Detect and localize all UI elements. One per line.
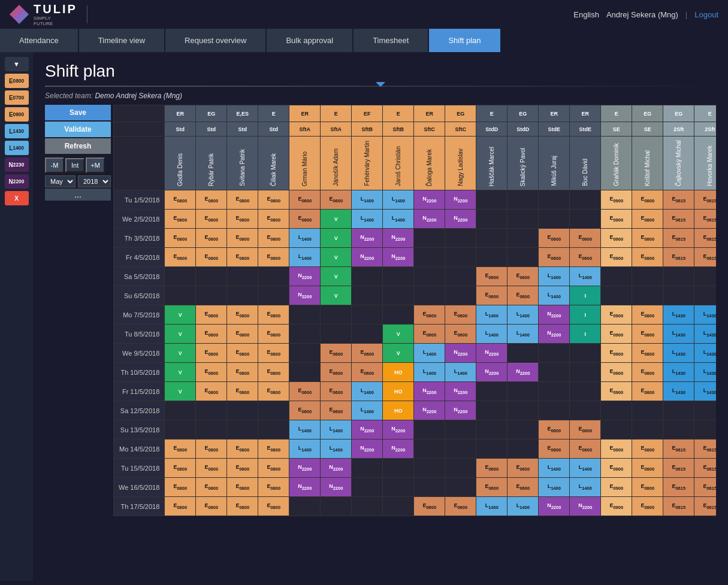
shift-cell[interactable] [694, 286, 716, 305]
shift-cell[interactable]: E0615 [663, 210, 694, 229]
shift-cell[interactable]: L1430 [694, 325, 716, 344]
shift-cell[interactable]: E0615 [663, 248, 694, 267]
shift-cell[interactable]: E0600 [321, 363, 352, 382]
plus-m-button[interactable]: +M [86, 157, 105, 173]
shift-cell[interactable] [289, 497, 321, 516]
shift-cell[interactable]: N2200 [321, 478, 352, 497]
shift-cell[interactable]: V [321, 229, 352, 248]
shift-cell[interactable]: V [165, 344, 196, 363]
shift-cell[interactable]: L1400 [289, 420, 321, 439]
shift-cell[interactable]: L1430 [694, 363, 716, 382]
shift-cell[interactable]: E0615 [663, 497, 694, 516]
shift-cell[interactable]: L1400 [289, 248, 321, 267]
shift-cell[interactable]: E0615 [694, 497, 716, 516]
shift-cell[interactable]: L1400 [352, 401, 383, 420]
shift-cell[interactable]: E0800 [632, 439, 663, 459]
shift-cell[interactable]: E0800 [632, 478, 663, 497]
shift-cell[interactable]: L1430 [663, 363, 694, 382]
shift-cell[interactable]: E0800 [258, 305, 289, 325]
refresh-button[interactable]: Refresh [45, 138, 111, 154]
shift-cell[interactable]: E0800 [165, 229, 196, 248]
shift-cell[interactable]: E0800 [258, 248, 289, 267]
shift-cell[interactable]: E0900 [601, 344, 632, 363]
shift-cell[interactable] [570, 401, 601, 420]
shift-cell[interactable]: E0900 [601, 325, 632, 344]
badge-l1400[interactable]: L1400 [5, 141, 29, 155]
shift-cell[interactable]: N2200 [445, 190, 476, 210]
shift-cell[interactable]: E0615 [694, 459, 716, 478]
shift-cell[interactable]: E0600 [445, 325, 476, 344]
shift-cell[interactable]: E0600 [321, 190, 352, 210]
shift-cell[interactable]: E0600 [476, 478, 508, 497]
shift-cell[interactable] [165, 286, 196, 305]
shift-cell[interactable] [539, 382, 570, 401]
shift-cell[interactable]: N2200 [539, 497, 570, 516]
shift-cell[interactable]: E0600 [539, 439, 570, 459]
shift-cell[interactable]: E0800 [258, 497, 289, 516]
shift-cell[interactable]: HO [383, 382, 414, 401]
shift-cell[interactable]: L1430 [663, 325, 694, 344]
shift-cell[interactable] [414, 478, 445, 497]
shift-cell[interactable]: E0800 [258, 229, 289, 248]
shift-cell[interactable] [508, 401, 539, 420]
shift-cell[interactable]: L1400 [539, 459, 570, 478]
shift-cell[interactable] [352, 497, 383, 516]
shift-cell[interactable]: N2200 [414, 210, 445, 229]
shift-cell[interactable]: I [570, 305, 601, 325]
language-selector[interactable]: English [573, 10, 599, 19]
shift-cell[interactable]: N2200 [383, 248, 414, 267]
shift-cell[interactable]: E0600 [570, 439, 601, 459]
shift-cell[interactable]: L1430 [694, 344, 716, 363]
shift-cell[interactable]: E0800 [632, 459, 663, 478]
badge-l1430[interactable]: L1430 [5, 124, 29, 138]
shift-cell[interactable] [414, 267, 445, 286]
shift-cell[interactable] [165, 401, 196, 420]
shift-cell[interactable] [632, 401, 663, 420]
shift-cell[interactable]: HO [383, 363, 414, 382]
shift-cell[interactable] [227, 401, 258, 420]
shift-cell[interactable]: E0900 [601, 248, 632, 267]
shift-cell[interactable]: E0600 [321, 401, 352, 420]
shift-cell[interactable]: N2200 [352, 248, 383, 267]
shift-cell[interactable]: E0600 [539, 229, 570, 248]
shift-cell[interactable]: E0800 [227, 497, 258, 516]
shift-cell[interactable]: L1430 [663, 305, 694, 325]
shift-cell[interactable]: L1400 [414, 344, 445, 363]
shift-cell[interactable]: L1400 [289, 439, 321, 459]
shift-cell[interactable]: E0800 [258, 439, 289, 459]
shift-cell[interactable] [508, 344, 539, 363]
shift-cell[interactable]: E0615 [694, 229, 716, 248]
shift-cell[interactable] [414, 248, 445, 267]
shift-cell[interactable]: E0800 [165, 497, 196, 516]
shift-cell[interactable] [258, 420, 289, 439]
shift-cell[interactable]: V [321, 248, 352, 267]
shift-cell[interactable] [539, 344, 570, 363]
shift-cell[interactable]: E0800 [258, 459, 289, 478]
shift-cell[interactable] [508, 210, 539, 229]
shift-cell[interactable] [352, 267, 383, 286]
shift-cell[interactable] [321, 325, 352, 344]
shift-cell[interactable]: E0600 [445, 497, 476, 516]
shift-cell[interactable]: N2200 [352, 420, 383, 439]
shift-cell[interactable]: L1400 [476, 497, 508, 516]
shift-cell[interactable]: E0615 [663, 229, 694, 248]
shift-cell[interactable]: L1400 [570, 478, 601, 497]
shift-cell[interactable]: E0800 [165, 478, 196, 497]
shift-cell[interactable] [258, 286, 289, 305]
shift-cell[interactable]: E0600 [508, 478, 539, 497]
shift-cell[interactable] [321, 497, 352, 516]
shift-cell[interactable] [196, 267, 227, 286]
shift-cell[interactable] [196, 286, 227, 305]
shift-cell[interactable]: V [383, 325, 414, 344]
shift-cell[interactable] [383, 497, 414, 516]
shift-cell[interactable]: N2200 [476, 344, 508, 363]
shift-cell[interactable]: E0800 [632, 248, 663, 267]
shift-cell[interactable]: E0800 [196, 459, 227, 478]
shift-cell[interactable]: V [165, 382, 196, 401]
shift-cell[interactable]: E0615 [663, 190, 694, 210]
shift-cell[interactable] [321, 305, 352, 325]
shift-cell[interactable]: E0800 [227, 210, 258, 229]
shift-cell[interactable]: E0800 [196, 497, 227, 516]
shift-cell[interactable] [445, 267, 476, 286]
shift-cell[interactable]: L1400 [570, 459, 601, 478]
